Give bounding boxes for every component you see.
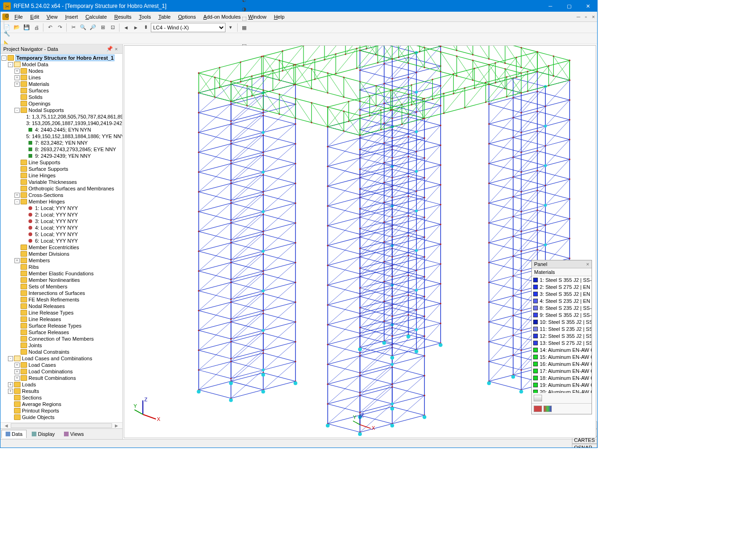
- tree-item[interactable]: Orthotropic Surfaces and Membranes: [14, 185, 121, 192]
- material-row[interactable]: 18: Aluminum EN-AW 60: [532, 374, 592, 381]
- undo-icon[interactable]: ↶: [45, 23, 55, 32]
- palette-icon[interactable]: [534, 406, 542, 412]
- material-row[interactable]: 16: Aluminum EN-AW 60: [532, 360, 592, 367]
- materials-list[interactable]: 1: Steel S 355 J2 | SS-EN2: Steel S 275 …: [532, 276, 592, 393]
- load-icon[interactable]: ⬍: [141, 23, 150, 32]
- material-row[interactable]: 15: Aluminum EN-AW 60: [532, 353, 592, 360]
- tree-item[interactable]: Joints: [14, 342, 121, 349]
- tree-item[interactable]: +Load Combinations: [14, 368, 121, 375]
- status-osnap[interactable]: OSNAP: [572, 444, 597, 448]
- mdi-controls[interactable]: ─▫×: [575, 14, 597, 20]
- redo-icon[interactable]: ↷: [55, 23, 64, 32]
- tree-item[interactable]: Member Divisions: [14, 251, 121, 257]
- tool-icon[interactable]: ✂: [69, 23, 78, 32]
- tree-item[interactable]: -Model Data: [8, 61, 121, 68]
- material-row[interactable]: 11: Steel S 235 J2 | SS-E: [532, 325, 592, 332]
- tab-display[interactable]: Display: [28, 430, 59, 438]
- toolbar-icon[interactable]: ✂: [2, 2, 12, 12]
- material-row[interactable]: 20: Aluminum EN-AW 60: [532, 388, 592, 393]
- tree-item[interactable]: Printout Reports: [8, 407, 121, 414]
- material-row[interactable]: 12: Steel S 355 J2 | SS-E: [532, 332, 592, 339]
- tree-item[interactable]: -Load Cases and Combinations: [8, 355, 121, 362]
- tree-item[interactable]: 4: Local; YYY NYY: [21, 224, 121, 231]
- tool-icon[interactable]: ⊞: [98, 23, 107, 32]
- toolbar-icon[interactable]: ⚙: [2, 12, 12, 21]
- menu-results[interactable]: Results: [111, 13, 135, 21]
- tree-item[interactable]: Line Releases: [14, 316, 121, 322]
- tree-item[interactable]: Guide Objects: [8, 414, 121, 420]
- tool-icon[interactable]: ⊡: [108, 23, 117, 32]
- dd-icon[interactable]: ▾: [226, 23, 235, 32]
- material-row[interactable]: 19: Aluminum EN-AW 60: [532, 381, 592, 388]
- tree-item[interactable]: 9: 2429-2439; YEN NNY: [21, 153, 121, 159]
- tree-item[interactable]: +Cross-Sections: [14, 192, 121, 198]
- close-button[interactable]: ✕: [578, 0, 597, 12]
- menu-insert[interactable]: Insert: [61, 13, 82, 21]
- material-row[interactable]: 3: Steel S 355 J2 | EN 10: [532, 290, 592, 297]
- tree-item[interactable]: Intersections of Surfaces: [14, 290, 121, 296]
- tree-item[interactable]: Nodal Constraints: [14, 349, 121, 355]
- tree-item[interactable]: Line Release Types: [14, 309, 121, 316]
- tree-item[interactable]: 7: 823,2482; YEN NNY: [21, 140, 121, 146]
- maximize-button[interactable]: ▢: [560, 0, 578, 12]
- material-row[interactable]: 4: Steel S 235 J2 | EN 10: [532, 297, 592, 304]
- tree-item[interactable]: Sections: [8, 394, 121, 401]
- tree-item[interactable]: +Members: [14, 257, 121, 264]
- toolbar-icon[interactable]: 🔧: [2, 29, 12, 39]
- tree-item[interactable]: Line Supports: [14, 159, 121, 166]
- tool-icon[interactable]: 🔎: [88, 23, 98, 32]
- print-icon[interactable]: 🖨: [32, 23, 41, 32]
- tree-item[interactable]: -Temporary Structure for Hobro Arrest_1: [1, 55, 121, 61]
- tree-item[interactable]: Surfaces: [14, 87, 121, 94]
- tree-item[interactable]: +Results: [8, 388, 121, 394]
- panel-mode-icon[interactable]: [534, 395, 542, 401]
- load-next-icon[interactable]: ►: [131, 23, 141, 32]
- tree-item[interactable]: 1: Local; YYY NYY: [21, 205, 121, 211]
- tree-item[interactable]: Average Regions: [8, 401, 121, 407]
- tree-item[interactable]: 1: 1,3,75,112,208,505,750,787,824,861,89…: [21, 113, 121, 120]
- tab-data[interactable]: Data: [1, 430, 27, 438]
- material-row[interactable]: 8: Steel S 235 J2 | SS-EN: [532, 304, 592, 311]
- tree-item[interactable]: Surface Release Types: [14, 322, 121, 329]
- menu-view[interactable]: View: [43, 13, 62, 21]
- tree-item[interactable]: Variable Thicknesses: [14, 179, 121, 185]
- tree-item[interactable]: Sets of Members: [14, 283, 121, 290]
- tree-item[interactable]: -Nodal Supports: [14, 107, 121, 113]
- save-icon[interactable]: 💾: [22, 23, 31, 32]
- tree-item[interactable]: +Load Cases: [14, 362, 121, 368]
- tree-item[interactable]: Member Eccentricities: [14, 244, 121, 251]
- material-row[interactable]: 10: Steel S 355 J2 | SS-E: [532, 318, 592, 325]
- tree-item[interactable]: 5: 149,150,152,1883,1884,1886; YYE NNY: [21, 133, 121, 140]
- menu-add-on-modules[interactable]: Add-on Modules: [199, 13, 244, 21]
- tree-item[interactable]: 3: Local; YYY NYY: [21, 218, 121, 224]
- menu-options[interactable]: Options: [174, 13, 199, 21]
- toolbar-icon[interactable]: ⬚: [240, 14, 249, 23]
- panel-close-icon[interactable]: ×: [586, 261, 589, 267]
- pin-icon[interactable]: 📌: [106, 46, 113, 52]
- tree-item[interactable]: +Result Combinations: [14, 375, 121, 381]
- tool-icon[interactable]: 🔍: [78, 23, 88, 32]
- tree-item[interactable]: 5: Local; YYY NYY: [21, 231, 121, 238]
- tree-item[interactable]: +Nodes: [14, 68, 121, 74]
- navigator-tree[interactable]: -Temporary Structure for Hobro Arrest_1-…: [0, 54, 122, 422]
- palette-icon[interactable]: [543, 406, 552, 412]
- material-row[interactable]: 13: Steel S 275 J2 | SS-E: [532, 339, 592, 346]
- tree-item[interactable]: 3: 153,205,206,1887,1939,1940,2419-2428;: [21, 120, 121, 126]
- model-viewport[interactable]: Z X Y Z X Y Panel× Materials 1: Steel S …: [124, 45, 596, 438]
- material-row[interactable]: 2: Steel S 275 J2 | EN 10: [532, 283, 592, 290]
- tree-item[interactable]: -Member Hinges: [14, 198, 121, 205]
- tree-hscroll[interactable]: ◄►: [0, 422, 122, 428]
- tree-item[interactable]: Openings: [14, 100, 121, 107]
- material-row[interactable]: 9: Steel S 355 J2 | SS-EN: [532, 311, 592, 318]
- tree-item[interactable]: Member Nonlinearities: [14, 277, 121, 283]
- material-row[interactable]: 1: Steel S 355 J2 | SS-EN: [532, 276, 592, 283]
- material-row[interactable]: 17: Aluminum EN-AW 60: [532, 367, 592, 374]
- tree-item[interactable]: +Lines: [14, 74, 121, 81]
- tree-item[interactable]: Member Elastic Foundations: [14, 270, 121, 277]
- tree-item[interactable]: 6: Local; YYY NYY: [21, 238, 121, 244]
- tree-item[interactable]: Ribs: [14, 264, 121, 270]
- tree-item[interactable]: 2: Local; YYY NYY: [21, 211, 121, 218]
- tree-item[interactable]: Nodal Releases: [14, 303, 121, 309]
- tree-item[interactable]: 8: 2693,2743,2793,2845; EYE NNY: [21, 146, 121, 153]
- tree-item[interactable]: Connection of Two Members: [14, 336, 121, 342]
